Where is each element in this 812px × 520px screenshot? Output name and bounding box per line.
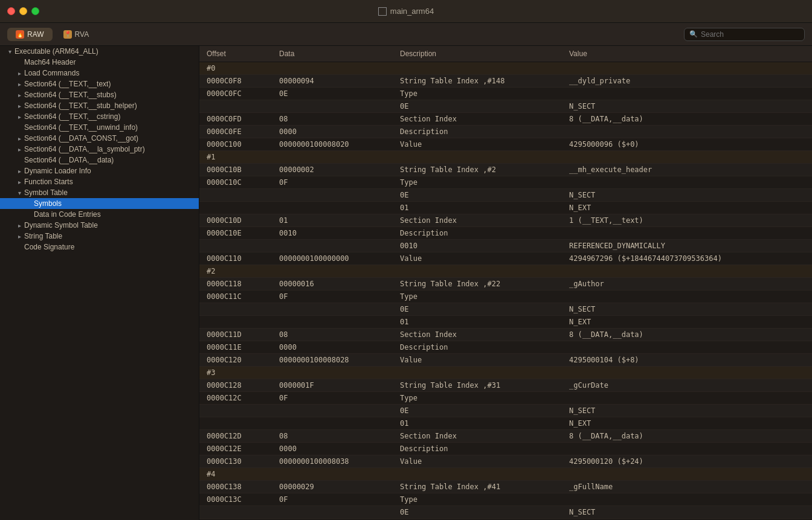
sidebar-item-label: Load Commands bbox=[24, 69, 79, 77]
cell-description: Type bbox=[393, 290, 562, 303]
cell-value: _gFullName bbox=[562, 481, 812, 493]
chevron-icon: ▾ bbox=[14, 190, 24, 196]
sidebar-item-section64-text-stubs[interactable]: ▸Section64 (__TEXT,__stubs) bbox=[0, 89, 199, 100]
table-row: 0000C11C0FType bbox=[199, 290, 812, 303]
sidebar-item-string-table[interactable]: ▸String Table bbox=[0, 231, 199, 242]
cell-offset bbox=[199, 202, 272, 214]
cell-value: N_EXT bbox=[562, 316, 812, 329]
sidebar-item-data-in-code-entries[interactable]: Data in Code Entries bbox=[0, 209, 199, 220]
cell-offset: 0000C12D bbox=[199, 430, 272, 443]
cell-offset: 0000C118 bbox=[199, 278, 272, 290]
sidebar-item-section64-data-data[interactable]: Section64 (__DATA,__data) bbox=[0, 155, 199, 165]
cell-data: 01 bbox=[272, 214, 393, 227]
sidebar-item-label: Mach64 Header bbox=[24, 58, 76, 66]
col-header-offset: Offset bbox=[199, 46, 272, 62]
table-row: 0010REFERENCED_DYNAMICALLY bbox=[199, 240, 812, 252]
sidebar-item-dynamic-loader-info[interactable]: ▸Dynamic Loader Info bbox=[0, 165, 199, 176]
raw-tab[interactable]: 🔥 RAW bbox=[7, 28, 53, 41]
sidebar-item-section64-text-text[interactable]: ▸Section64 (__TEXT,__text) bbox=[0, 79, 199, 89]
cell-offset: 0000C0F8 bbox=[199, 75, 272, 88]
table-row: 0EN_SECT bbox=[199, 303, 812, 316]
sidebar-item-executable[interactable]: ▾Executable (ARM64_ALL) bbox=[0, 46, 199, 57]
cell-data: 0000000100000000 bbox=[272, 252, 393, 265]
minimize-button[interactable] bbox=[19, 7, 27, 15]
cell-description: Description bbox=[393, 126, 562, 138]
search-icon: 🔍 bbox=[689, 30, 698, 38]
cell-value: N_SECT bbox=[562, 405, 812, 417]
rva-tab[interactable]: 📍 RVA bbox=[55, 28, 98, 41]
sidebar-item-section64-data-la-symbol-ptr[interactable]: ▸Section64 (__DATA,__la_symbol_ptr) bbox=[0, 144, 199, 155]
cell-data: 0000000100008038 bbox=[272, 455, 393, 468]
sidebar-item-label: String Table bbox=[24, 232, 62, 240]
cell-value bbox=[562, 392, 812, 405]
group-row: #4 bbox=[199, 468, 812, 481]
sidebar-item-mach64-header[interactable]: Mach64 Header bbox=[0, 57, 199, 68]
sidebar-item-label: Dynamic Symbol Table bbox=[24, 221, 98, 230]
sidebar-item-load-commands[interactable]: ▸Load Commands bbox=[0, 68, 199, 79]
raw-icon: 🔥 bbox=[16, 30, 24, 39]
sidebar-item-code-signature[interactable]: Code Signature bbox=[0, 242, 199, 252]
chevron-icon: ▸ bbox=[14, 135, 24, 142]
search-input[interactable] bbox=[701, 30, 799, 39]
cell-data: 0000 bbox=[272, 443, 393, 455]
cell-offset: 0000C10C bbox=[199, 176, 272, 189]
sidebar-item-label: Section64 (__TEXT,__cstring) bbox=[24, 112, 120, 121]
cell-data: 0F bbox=[272, 493, 393, 506]
cell-data bbox=[272, 316, 393, 329]
sidebar-item-function-starts[interactable]: ▸Function Starts bbox=[0, 176, 199, 187]
cell-offset: 0000C11C bbox=[199, 290, 272, 303]
cell-offset: 0000C0FE bbox=[199, 126, 272, 138]
cell-value: _gAuthor bbox=[562, 278, 812, 290]
cell-offset: 0000C10E bbox=[199, 227, 272, 240]
sidebar-item-dynamic-symbol-table[interactable]: ▸Dynamic Symbol Table bbox=[0, 220, 199, 231]
sidebar-item-label: Section64 (__DATA_CONST,__got) bbox=[24, 134, 138, 143]
table-row: 0000C11800000016String Table Index ,#22_… bbox=[199, 278, 812, 290]
toolbar: 🔥 RAW 📍 RVA 🔍 bbox=[0, 23, 812, 46]
cell-offset bbox=[199, 405, 272, 417]
cell-data: 0000000100008020 bbox=[272, 138, 393, 151]
maximize-button[interactable] bbox=[31, 7, 39, 15]
sidebar-item-section64-data-const-got[interactable]: ▸Section64 (__DATA_CONST,__got) bbox=[0, 133, 199, 144]
cell-description: 0010 bbox=[393, 240, 562, 252]
table-row: 0EN_SECT bbox=[199, 189, 812, 202]
cell-data: 00000094 bbox=[272, 75, 393, 88]
cell-data: 00000029 bbox=[272, 481, 393, 493]
table-row: 0000C1100000000100000000Value4294967296 … bbox=[199, 252, 812, 265]
cell-offset: 0000C12E bbox=[199, 443, 272, 455]
cell-offset: 0000C120 bbox=[199, 354, 272, 367]
cell-description: 0E bbox=[393, 189, 562, 202]
cell-offset bbox=[199, 240, 272, 252]
table-row: 01N_EXT bbox=[199, 417, 812, 430]
sidebar-item-symbol-table[interactable]: ▾Symbol Table bbox=[0, 187, 199, 198]
cell-description: Type bbox=[393, 493, 562, 506]
cell-value: N_SECT bbox=[562, 100, 812, 113]
chevron-icon: ▸ bbox=[14, 233, 24, 240]
content-area: Offset Data Description Value #00000C0F8… bbox=[199, 46, 812, 520]
cell-offset: 0000C110 bbox=[199, 252, 272, 265]
cell-description: Value bbox=[393, 354, 562, 367]
cell-value bbox=[562, 341, 812, 354]
cell-description: Description bbox=[393, 227, 562, 240]
data-table: Offset Data Description Value #00000C0F8… bbox=[199, 46, 812, 520]
chevron-icon: ▸ bbox=[14, 103, 24, 109]
cell-offset: 0000C0FC bbox=[199, 88, 272, 100]
cell-data: 0000 bbox=[272, 341, 393, 354]
sidebar-item-label: Code Signature bbox=[24, 243, 74, 251]
sidebar-item-symbols[interactable]: Symbols bbox=[0, 198, 199, 209]
cell-value bbox=[562, 126, 812, 138]
chevron-icon: ▸ bbox=[14, 168, 24, 175]
sidebar-item-section64-text-unwind-info[interactable]: Section64 (__TEXT,__unwind_info) bbox=[0, 122, 199, 133]
close-button[interactable] bbox=[7, 7, 15, 15]
cell-description: Description bbox=[393, 341, 562, 354]
sidebar: ▾Executable (ARM64_ALL)Mach64 Header▸Loa… bbox=[0, 46, 199, 520]
cell-data bbox=[272, 303, 393, 316]
table-row: 0000C0F800000094String Table Index ,#148… bbox=[199, 75, 812, 88]
group-row: #3 bbox=[199, 367, 812, 379]
sidebar-item-label: Function Starts bbox=[24, 178, 73, 186]
sidebar-item-label: Section64 (__TEXT,__stubs) bbox=[24, 91, 117, 99]
sidebar-item-section64-text-cstring[interactable]: ▸Section64 (__TEXT,__cstring) bbox=[0, 111, 199, 122]
cell-data: 0E bbox=[272, 88, 393, 100]
cell-data bbox=[272, 202, 393, 214]
sidebar-item-label: Symbols bbox=[34, 199, 62, 208]
sidebar-item-section64-text-stub-helper[interactable]: ▸Section64 (__TEXT,__stub_helper) bbox=[0, 100, 199, 111]
